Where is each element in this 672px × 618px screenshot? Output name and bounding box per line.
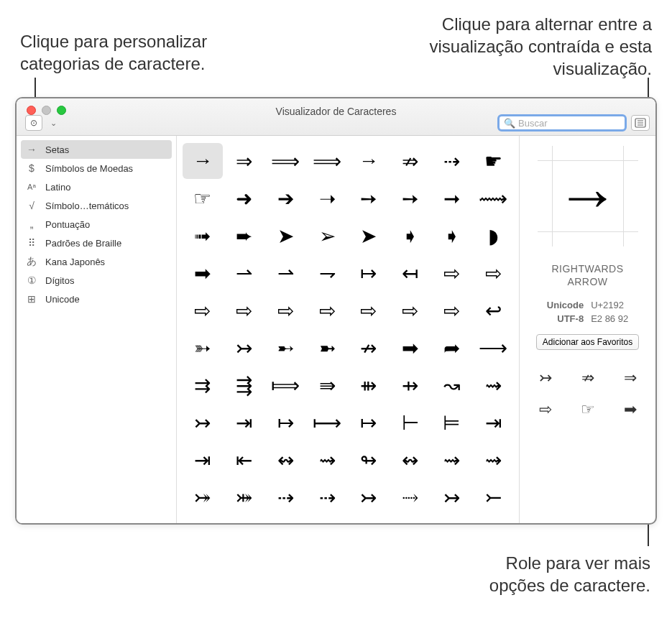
char-cell[interactable]: ↭ xyxy=(266,442,306,478)
char-cell[interactable]: ➔ xyxy=(266,180,306,216)
char-cell[interactable]: ➡ xyxy=(390,330,431,366)
character-grid[interactable]: →⇒⟹⟹→⇏⇢☛☞➜➔➝➙➙➞⟿➟➨➤➢➤➧➧◗➡⇀⇀⇁↦↤⇨⇨⇨⇨⇨⇨⇨⇨⇨↩… xyxy=(177,136,519,523)
char-cell[interactable]: ➟ xyxy=(183,218,223,254)
char-cell[interactable]: ⟾ xyxy=(266,367,306,403)
sidebar-item-math[interactable]: √ Símbolo…temáticos xyxy=(17,196,176,215)
char-cell[interactable]: ⇢ xyxy=(307,479,347,515)
char-cell[interactable]: ⇝ xyxy=(473,442,513,478)
char-cell[interactable]: ⇶ xyxy=(224,367,264,403)
char-cell[interactable]: ⤑ xyxy=(390,479,431,515)
toggle-view-button[interactable] xyxy=(631,115,650,131)
char-cell[interactable]: ⊨ xyxy=(432,405,472,441)
sidebar-item-latin[interactable]: Aa Latino xyxy=(17,177,176,196)
variant-cell[interactable]: ⇨ xyxy=(533,400,558,419)
sidebar-item-punctuation[interactable]: „ Pontuação xyxy=(17,215,176,234)
char-cell[interactable]: ↩ xyxy=(473,292,513,328)
customize-categories-button[interactable]: ⊙ xyxy=(25,115,42,131)
category-dropdown-button[interactable]: ⌄ xyxy=(47,119,60,128)
char-cell[interactable]: ➨ xyxy=(224,218,264,254)
char-cell[interactable]: ⇨ xyxy=(307,292,347,328)
sidebar-item-arrows[interactable]: → Setas xyxy=(21,140,172,159)
char-cell[interactable]: ↤ xyxy=(390,255,431,291)
char-cell[interactable]: ⤖ xyxy=(183,479,223,515)
char-cell[interactable]: ➙ xyxy=(390,180,431,216)
char-cell[interactable]: ↛ xyxy=(349,330,389,366)
char-cell[interactable]: ⤗ xyxy=(224,479,264,515)
char-cell[interactable]: ⇨ xyxy=(349,292,389,328)
char-cell[interactable]: ➢ xyxy=(307,218,347,254)
char-cell[interactable]: ➞ xyxy=(432,180,472,216)
sidebar-item-unicode[interactable]: ⊞ Unicode xyxy=(17,290,176,308)
char-cell[interactable]: → xyxy=(183,143,223,179)
char-cell[interactable]: ⇒ xyxy=(224,143,264,179)
sidebar-item-braille[interactable]: ⠿ Padrões de Braille xyxy=(17,234,176,252)
char-cell[interactable]: ↝ xyxy=(432,367,472,403)
search-field[interactable]: 🔍 xyxy=(497,114,627,132)
char-cell[interactable]: ↬ xyxy=(349,442,389,478)
char-cell[interactable]: ⇉ xyxy=(183,367,223,403)
char-cell[interactable]: ➡ xyxy=(183,255,223,291)
char-cell[interactable]: → xyxy=(349,143,389,179)
char-cell[interactable]: ⇨ xyxy=(473,255,513,291)
char-cell[interactable]: ⇨ xyxy=(224,292,264,328)
search-input[interactable] xyxy=(518,118,620,129)
char-cell[interactable]: ➤ xyxy=(349,218,389,254)
variant-cell[interactable]: ⇒ xyxy=(617,369,643,387)
char-cell[interactable]: ⇨ xyxy=(183,292,223,328)
char-cell[interactable]: ⇥ xyxy=(224,405,264,441)
variant-cell[interactable]: ☞ xyxy=(575,400,600,419)
char-cell[interactable]: ⇨ xyxy=(266,292,306,328)
char-cell[interactable]: ⇀ xyxy=(266,255,306,291)
char-cell[interactable]: ⇀ xyxy=(224,255,264,291)
char-cell[interactable]: ⟶ xyxy=(473,330,513,366)
add-to-favorites-button[interactable]: Adicionar aos Favoritos xyxy=(536,334,639,350)
char-cell[interactable]: ⇢ xyxy=(432,143,472,179)
char-cell[interactable]: ⇏ xyxy=(390,143,431,179)
char-cell[interactable]: ⇨ xyxy=(432,255,472,291)
char-cell[interactable]: ⇁ xyxy=(307,255,347,291)
char-cell[interactable]: ⊢ xyxy=(390,405,431,441)
char-cell[interactable]: ➸ xyxy=(266,330,306,366)
char-cell[interactable]: ⇸ xyxy=(390,367,431,403)
char-cell[interactable]: ↭ xyxy=(390,442,431,478)
char-cell[interactable]: ⇥ xyxy=(183,442,223,478)
variant-cell[interactable]: ↣ xyxy=(533,369,558,387)
char-cell[interactable]: ⟿ xyxy=(473,180,513,216)
char-cell[interactable]: ↣ xyxy=(224,330,264,366)
char-cell[interactable]: ⇨ xyxy=(432,292,472,328)
char-cell[interactable]: ⟼ xyxy=(307,405,347,441)
char-cell[interactable]: ↦ xyxy=(266,405,306,441)
sidebar-item-digits[interactable]: ① Dígitos xyxy=(17,271,176,290)
char-cell[interactable]: ⇝ xyxy=(307,442,347,478)
char-cell[interactable]: ☞ xyxy=(183,180,223,216)
char-cell[interactable]: ⇝ xyxy=(473,367,513,403)
variant-cell[interactable]: ⇏ xyxy=(575,369,600,387)
char-cell[interactable]: ↣ xyxy=(349,479,389,515)
char-cell[interactable]: ➙ xyxy=(349,180,389,216)
char-cell[interactable]: ➳ xyxy=(183,330,223,366)
char-cell[interactable]: ⇥ xyxy=(473,405,513,441)
char-cell[interactable]: ➝ xyxy=(307,180,347,216)
variant-cell[interactable]: ➡ xyxy=(617,400,643,419)
char-cell[interactable]: ⇢ xyxy=(266,479,306,515)
char-cell[interactable]: ⇨ xyxy=(390,292,431,328)
char-cell[interactable]: ☛ xyxy=(473,143,513,179)
char-cell[interactable]: ➦ xyxy=(432,330,472,366)
sidebar-item-kana[interactable]: あ Kana Japonês xyxy=(17,252,176,271)
char-cell[interactable]: ⟹ xyxy=(266,143,306,179)
char-cell[interactable]: ↦ xyxy=(349,255,389,291)
char-cell[interactable]: ⇻ xyxy=(349,367,389,403)
char-cell[interactable]: ➜ xyxy=(224,180,264,216)
char-cell[interactable]: ⟹ xyxy=(307,143,347,179)
char-cell[interactable]: ➧ xyxy=(390,218,431,254)
char-cell[interactable]: ⇤ xyxy=(224,442,264,478)
char-cell[interactable]: ↣ xyxy=(432,479,472,515)
char-cell[interactable]: ➧ xyxy=(432,218,472,254)
variant-grid[interactable]: ↣ ⇏ ⇒ ⇨ ☞ ➡ xyxy=(527,369,648,419)
char-cell[interactable]: ↣ xyxy=(183,405,223,441)
char-cell[interactable]: ⇛ xyxy=(307,367,347,403)
char-cell[interactable]: ⤚ xyxy=(473,479,513,515)
sidebar-item-currency[interactable]: $ Símbolos de Moedas xyxy=(17,159,176,177)
char-cell[interactable]: ➼ xyxy=(307,330,347,366)
char-cell[interactable]: ⇝ xyxy=(432,442,472,478)
